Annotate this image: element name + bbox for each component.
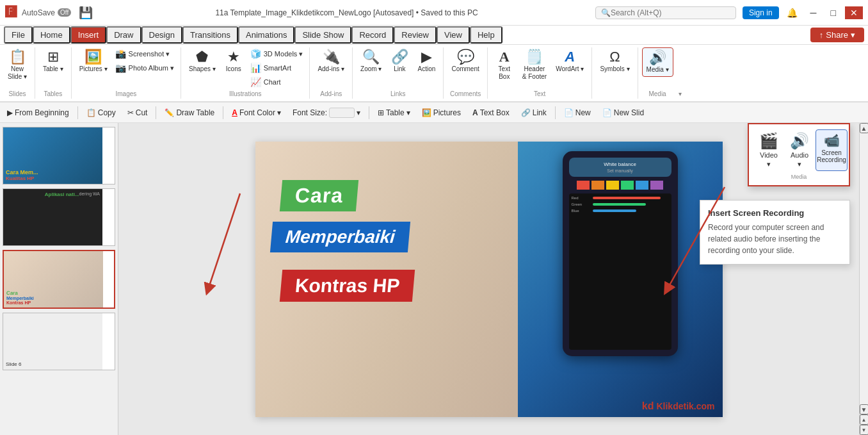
slide-thumb-4[interactable]: 4 Aplikasi nati... dering WA bbox=[3, 188, 115, 246]
textbox-button[interactable]: A TextBox bbox=[492, 47, 517, 83]
search-box[interactable]: 🔍 bbox=[595, 6, 736, 19]
slide-thumb-3[interactable]: 3 Cara Mem... Kualitas HP bbox=[3, 127, 115, 185]
icons-label: Icons bbox=[226, 65, 241, 73]
shapes-icon: ⬟ bbox=[196, 50, 208, 64]
toolbar-textbox-button[interactable]: A Text Box bbox=[468, 106, 514, 119]
scroll-arrow-up-2[interactable]: ▲ bbox=[860, 414, 869, 425]
scroll-down-button[interactable]: ▼ bbox=[860, 404, 869, 414]
scroll-arrow-down-2[interactable]: ▼ bbox=[860, 425, 869, 435]
screenshot-label: Screenshot ▾ bbox=[129, 50, 170, 58]
toolbar-new-slide-button[interactable]: 📄 New Slid bbox=[598, 106, 648, 119]
secondary-toolbar: ▶ From Beginning 📋 Copy ✂ Cut ✏️ Draw Ta… bbox=[0, 103, 868, 123]
slide-logo: Klikdetik.com bbox=[656, 401, 714, 411]
table-button[interactable]: ⊞ Table ▾ bbox=[39, 47, 67, 76]
search-input[interactable] bbox=[611, 8, 719, 17]
slide-4-preview: Aplikasi nati... dering WA bbox=[3, 189, 102, 245]
toolbar-link-button[interactable]: 🔗 Link bbox=[517, 106, 551, 119]
slide-thumb-5[interactable]: 5 Cara Memperbaiki Kontras HP bbox=[3, 250, 115, 309]
save-icon[interactable]: 💾 bbox=[79, 6, 93, 20]
menu-draw[interactable]: Draw bbox=[106, 26, 141, 44]
menu-transitions[interactable]: Transitions bbox=[182, 26, 238, 44]
photo-album-button[interactable]: 📷 Photo Album ▾ bbox=[113, 62, 177, 74]
font-size-dropdown-icon: ▾ bbox=[357, 108, 360, 117]
right-scrollbar[interactable]: ▲ ▼ ▲ ▼ bbox=[859, 123, 868, 435]
menu-file[interactable]: File bbox=[4, 26, 33, 44]
menu-slideshow[interactable]: Slide Show bbox=[294, 26, 351, 44]
menu-review[interactable]: Review bbox=[394, 26, 437, 44]
app-logo: 🅿 bbox=[5, 6, 17, 19]
close-button[interactable]: ✕ bbox=[845, 6, 863, 19]
action-button[interactable]: ▶ Action bbox=[414, 47, 439, 76]
copy-button[interactable]: 📋 Copy bbox=[82, 106, 120, 119]
ribbon-icon[interactable]: 🔔 bbox=[783, 6, 801, 19]
minimize-button[interactable]: ─ bbox=[805, 6, 822, 19]
toolbar-separator-2 bbox=[156, 106, 156, 119]
table-label: Table ▾ bbox=[43, 65, 63, 73]
menu-animations[interactable]: Animations bbox=[238, 26, 294, 44]
menu-help[interactable]: Help bbox=[470, 26, 502, 44]
photo-album-label: Photo Album ▾ bbox=[129, 64, 174, 72]
font-size-button[interactable]: Font Size: ▾ bbox=[288, 106, 365, 120]
toolbar-new-icon: 📄 bbox=[564, 108, 574, 117]
video-button[interactable]: 🎬 Video ▾ bbox=[754, 129, 784, 171]
ribbon-group-links-items: 🔍 Zoom ▾ 🔗 Link ▶ Action bbox=[357, 47, 439, 89]
addins-button[interactable]: 🔌 Add-ins ▾ bbox=[314, 47, 348, 76]
symbols-button[interactable]: Ω Symbols ▾ bbox=[596, 47, 633, 76]
copy-label: Copy bbox=[98, 108, 116, 117]
from-beginning-label: From Beginning bbox=[15, 108, 69, 117]
maximize-button[interactable]: □ bbox=[826, 6, 841, 19]
comment-button[interactable]: 💬 Comment bbox=[447, 47, 483, 76]
menu-view[interactable]: View bbox=[437, 26, 470, 44]
3d-models-icon: 🧊 bbox=[250, 49, 261, 59]
header-footer-label: Header& Footer bbox=[522, 65, 547, 81]
ribbon-group-slides: 📋 NewSlide ▾ Slides bbox=[0, 47, 35, 99]
link-button[interactable]: 🔗 Link bbox=[387, 47, 412, 76]
shapes-button[interactable]: ⬟ Shapes ▾ bbox=[185, 47, 220, 76]
ribbon-addins-group-label: Add-ins bbox=[320, 90, 342, 99]
font-color-button[interactable]: A Font Color ▾ bbox=[227, 106, 285, 119]
new-slide-button[interactable]: 📋 NewSlide ▾ bbox=[4, 47, 31, 83]
photo-album-icon: 📷 bbox=[115, 63, 126, 73]
media-button[interactable]: 🔊 Media ▾ bbox=[642, 47, 673, 77]
menu-home[interactable]: Home bbox=[33, 26, 70, 44]
scroll-up-button[interactable]: ▲ bbox=[860, 123, 869, 133]
ribbon: 📋 NewSlide ▾ Slides ⊞ Table ▾ Tables 🖼️ … bbox=[0, 45, 868, 103]
signin-button[interactable]: Sign in bbox=[743, 6, 779, 19]
pictures-label: Pictures ▾ bbox=[79, 65, 108, 73]
header-footer-button[interactable]: 🗒️ Header& Footer bbox=[518, 47, 551, 83]
menu-insert[interactable]: Insert bbox=[70, 26, 107, 44]
tooltip-text: Record your computer screen and related … bbox=[708, 222, 842, 256]
menu-record[interactable]: Record bbox=[351, 26, 394, 44]
pictures-button[interactable]: 🖼️ Pictures ▾ bbox=[76, 47, 111, 76]
smartart-label: SmartArt bbox=[264, 64, 291, 72]
screen-recording-button[interactable]: 📹 ScreenRecording bbox=[816, 129, 848, 171]
3d-models-button[interactable]: 🧊 3D Models ▾ bbox=[248, 47, 306, 60]
ribbon-group-media-items: 🔊 Media ▾ bbox=[642, 47, 673, 89]
toolbar-new-button[interactable]: 📄 New bbox=[559, 106, 595, 119]
ribbon-expand-icon[interactable]: ▾ bbox=[677, 89, 683, 99]
audio-dropdown-icon: ▾ bbox=[798, 160, 801, 168]
from-beginning-button[interactable]: ▶ From Beginning bbox=[3, 106, 74, 119]
audio-button[interactable]: 🔊 Audio ▾ bbox=[785, 129, 814, 171]
share-button[interactable]: ↑ Share ▾ bbox=[810, 28, 864, 42]
screenshot-button[interactable]: 📸 Screenshot ▾ bbox=[113, 47, 177, 60]
toolbar-table-button[interactable]: ⊞ Table ▾ bbox=[373, 106, 415, 119]
table-icon: ⊞ bbox=[47, 50, 59, 64]
comment-label: Comment bbox=[451, 65, 479, 73]
slide-thumb-6[interactable]: 6 Slide 6 bbox=[3, 313, 115, 370]
menu-design[interactable]: Design bbox=[141, 26, 182, 44]
3d-smart-chart-col: 🧊 3D Models ▾ 📊 SmartArt 📈 Chart bbox=[248, 47, 306, 88]
wordart-button[interactable]: A WordArt ▾ bbox=[552, 47, 588, 76]
video-dropdown-icon: ▾ bbox=[767, 160, 771, 168]
chart-button[interactable]: 📈 Chart bbox=[248, 76, 306, 88]
cut-button[interactable]: ✂ Cut bbox=[123, 106, 152, 119]
zoom-button[interactable]: 🔍 Zoom ▾ bbox=[357, 47, 385, 76]
ribbon-images-group-label: Images bbox=[115, 90, 136, 99]
autosave-toggle[interactable]: Off bbox=[58, 8, 71, 17]
icons-button[interactable]: ★ Icons bbox=[221, 47, 246, 76]
font-size-input[interactable] bbox=[329, 108, 355, 118]
toolbar-pictures-button[interactable]: 🖼️ Pictures bbox=[417, 106, 465, 119]
smartart-button[interactable]: 📊 SmartArt bbox=[248, 62, 306, 74]
draw-table-button[interactable]: ✏️ Draw Table bbox=[160, 106, 219, 119]
smartart-icon: 📊 bbox=[250, 63, 261, 73]
